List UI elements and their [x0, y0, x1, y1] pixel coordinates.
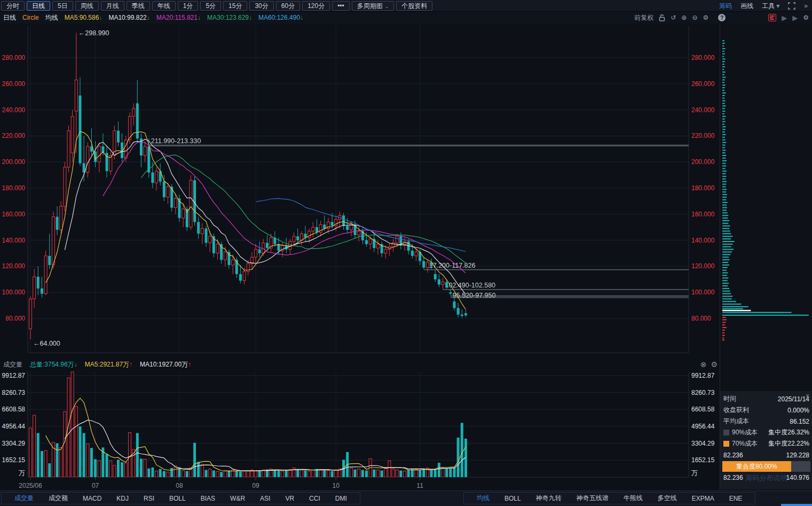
indicator-tab-BOLL[interactable]: BOLL [162, 495, 193, 502]
overlay-tab-EXPMA[interactable]: EXPMA [684, 495, 722, 502]
range-high: 140.976 [786, 474, 809, 481]
svg-text:4956.44: 4956.44 [691, 423, 715, 430]
chip-bar [722, 181, 727, 182]
chip-bar [722, 225, 730, 227]
volume-settings-icon[interactable]: ⚙ [711, 360, 718, 369]
stock-chart-app: 分时日线5日周线月线季线年线1分5分15分30分60分120分•••多周期图⌄个… [0, 0, 812, 506]
unlock-icon[interactable] [659, 14, 665, 21]
indicator-tab-DMI[interactable]: DMI [328, 495, 354, 502]
indicator-tab-W&R[interactable]: W&R [223, 495, 253, 502]
fullscreen-icon[interactable] [788, 2, 795, 10]
legend-ma3: MA30:123.629↓ [207, 14, 252, 21]
indicator-tab-KDJ[interactable]: KDJ [109, 495, 136, 502]
chip-bar [722, 61, 725, 62]
tab-周线[interactable]: 周线 [75, 1, 99, 11]
next-icon[interactable]: ▶ [782, 14, 787, 22]
volume-header: 成交量 总量:3754.96万↓ MA5:2921.87万↑ MA10:1927… [0, 358, 720, 371]
indicator-tab-成交量[interactable]: 成交量 [7, 494, 41, 503]
zoom-in-icon[interactable]: ⊕ [681, 14, 687, 21]
tab-15分[interactable]: 15分 [223, 1, 247, 11]
tab-年线[interactable]: 年线 [152, 1, 176, 11]
chip-bar [722, 103, 725, 104]
indicator-tab-成交额[interactable]: 成交额 [41, 494, 75, 503]
range-low: 82.236 [723, 474, 743, 481]
svg-text:200.000: 200.000 [691, 158, 715, 166]
tab-1分[interactable]: 1分 [178, 1, 199, 11]
price-volume-chart[interactable]: 280.000280.000260.000260.000240.000240.0… [0, 24, 720, 491]
chip-bar [722, 246, 731, 247]
arrow-down-icon: ↓ [99, 14, 102, 21]
legend-日线: 日线 [3, 13, 16, 22]
toplink-画线[interactable]: 画线 [740, 2, 753, 11]
tab-月线[interactable]: 月线 [101, 1, 124, 11]
expand-panel-icon[interactable]: » [804, 2, 808, 10]
next-icon[interactable]: ▶ [792, 14, 798, 22]
tab-5日[interactable]: 5日 [52, 1, 73, 11]
tab-30分[interactable]: 30分 [249, 1, 273, 11]
chip-bar [722, 288, 729, 289]
toplink-筹码[interactable]: 筹码 [719, 2, 732, 11]
indicator-tab-BIAS[interactable]: BIAS [193, 495, 223, 502]
adjust-mode-label[interactable]: 前复权 [634, 13, 653, 22]
indicator-tab-ASI[interactable]: ASI [253, 495, 278, 502]
svg-text:120.000: 120.000 [2, 262, 26, 270]
svg-text:4956.44: 4956.44 [2, 423, 26, 430]
period-tabs: 分时日线5日周线月线季线年线1分5分15分30分60分120分•••多周期图⌄个… [0, 1, 432, 11]
horizontal-scrollbar-thumb[interactable] [781, 504, 812, 506]
svg-text:1652.15: 1652.15 [691, 456, 715, 464]
indicator-tab-CCI[interactable]: CCI [302, 495, 328, 502]
svg-text:80.000: 80.000 [5, 315, 25, 322]
overlay-tab-神奇五线谱[interactable]: 神奇五线谱 [569, 494, 616, 503]
low-annotation: ←64.000 [33, 340, 60, 347]
svg-text:09: 09 [252, 482, 259, 489]
tab-多周期图[interactable]: 多周期图⌄ [352, 1, 395, 11]
tab-个股资料[interactable]: 个股资料 [396, 1, 432, 11]
overlay-tab-牛熊线[interactable]: 牛熊线 [616, 494, 650, 503]
chip-bar [722, 223, 728, 224]
chip-bar [722, 277, 728, 278]
indicator-tab-RSI[interactable]: RSI [136, 495, 162, 502]
tab-分时[interactable]: 分时 [1, 1, 25, 11]
chip-list-toggle-icon[interactable] [768, 14, 776, 21]
svg-text:80.000: 80.000 [691, 315, 711, 322]
chip-bar [722, 90, 724, 91]
svg-text:160.000: 160.000 [691, 211, 715, 218]
chip-distribution-chart [720, 24, 812, 376]
chip-bar [722, 202, 728, 203]
zoom-out-icon[interactable]: ⊖ [692, 14, 697, 21]
tab-•••[interactable]: ••• [332, 1, 350, 11]
tab-季线[interactable]: 季线 [127, 1, 150, 11]
chip-bar [722, 322, 726, 323]
chip-bar [722, 166, 726, 167]
tab-60分[interactable]: 60分 [276, 1, 300, 11]
chip-bar [722, 332, 724, 333]
toplink-工具[interactable]: 工具▾ [762, 2, 779, 11]
overlay-tab-神奇九转[interactable]: 神奇九转 [529, 494, 569, 503]
svg-text:220.000: 220.000 [691, 132, 715, 139]
chip-bar [722, 256, 729, 258]
chip-bar [722, 152, 726, 153]
undo-icon[interactable]: ↺ [671, 14, 676, 21]
chip-bar [722, 262, 728, 263]
overlay-tab-BOLL[interactable]: BOLL [497, 495, 529, 502]
settings-gear-icon[interactable]: ⚙ [803, 14, 809, 21]
chip-bar [722, 244, 732, 245]
overlay-tab-多空线[interactable]: 多空线 [650, 494, 684, 503]
close-icon[interactable]: × [806, 392, 809, 400]
overlay-tab-ENE[interactable]: ENE [722, 495, 750, 502]
overlay-tabs-right: 均线BOLL神奇九转神奇五线谱牛熊线多空线EXPMAENE [463, 492, 755, 504]
settings-gear-icon[interactable]: ⚙ [703, 14, 708, 21]
tab-日线[interactable]: 日线 [27, 1, 50, 11]
tab-120分[interactable]: 120分 [302, 1, 330, 11]
svg-text:100.000: 100.000 [2, 289, 26, 296]
svg-text:万: 万 [19, 469, 25, 477]
svg-text:9912.87: 9912.87 [691, 372, 715, 379]
indicator-tab-MACD[interactable]: MACD [75, 495, 109, 502]
svg-text:10: 10 [333, 482, 340, 489]
tab-5分[interactable]: 5分 [200, 1, 221, 11]
overlay-tab-均线[interactable]: 均线 [469, 494, 497, 503]
svg-text:200.000: 200.000 [2, 158, 26, 166]
help-icon[interactable]: ? [718, 14, 726, 21]
volume-close-icon[interactable]: ⊗ [700, 360, 707, 369]
indicator-tab-VR[interactable]: VR [278, 495, 302, 502]
